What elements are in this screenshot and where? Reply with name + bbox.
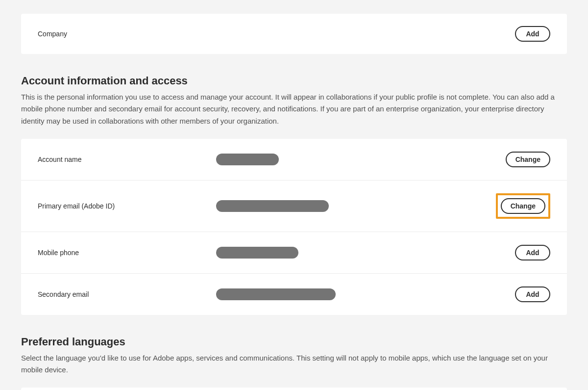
mobile-phone-value — [216, 247, 515, 259]
redacted-value — [216, 288, 336, 300]
secondary-email-row: Secondary email Add — [21, 274, 567, 315]
primary-email-value — [216, 200, 496, 212]
redacted-value — [216, 154, 279, 165]
mobile-phone-label: Mobile phone — [38, 249, 216, 257]
primary-email-label: Primary email (Adobe ID) — [38, 202, 216, 210]
mobile-phone-row: Mobile phone Add — [21, 232, 567, 274]
account-name-value — [216, 154, 506, 165]
account-info-list: Account name Change Primary email (Adobe… — [21, 139, 567, 315]
secondary-email-add-button[interactable]: Add — [515, 286, 550, 302]
preferred-languages-title: Preferred languages — [21, 336, 567, 348]
primary-email-change-button[interactable]: Change — [501, 198, 545, 214]
account-name-row: Account name Change — [21, 139, 567, 181]
preferred-languages-description: Select the language you'd like to use fo… — [21, 352, 567, 376]
secondary-email-value — [216, 288, 515, 300]
account-name-label: Account name — [38, 156, 216, 163]
primary-email-row: Primary email (Adobe ID) Change — [21, 181, 567, 232]
account-name-change-button[interactable]: Change — [506, 152, 550, 167]
preferred-languages-card — [21, 388, 567, 390]
redacted-value — [216, 200, 329, 212]
account-info-description: This is the personal information you use… — [21, 91, 567, 127]
primary-email-change-highlight: Change — [496, 193, 550, 219]
company-add-button[interactable]: Add — [515, 26, 550, 42]
redacted-value — [216, 247, 298, 259]
mobile-phone-add-button[interactable]: Add — [515, 245, 550, 260]
secondary-email-label: Secondary email — [38, 290, 216, 298]
company-card: Company Add — [21, 14, 567, 54]
company-label: Company — [38, 30, 67, 38]
account-info-title: Account information and access — [21, 75, 567, 87]
